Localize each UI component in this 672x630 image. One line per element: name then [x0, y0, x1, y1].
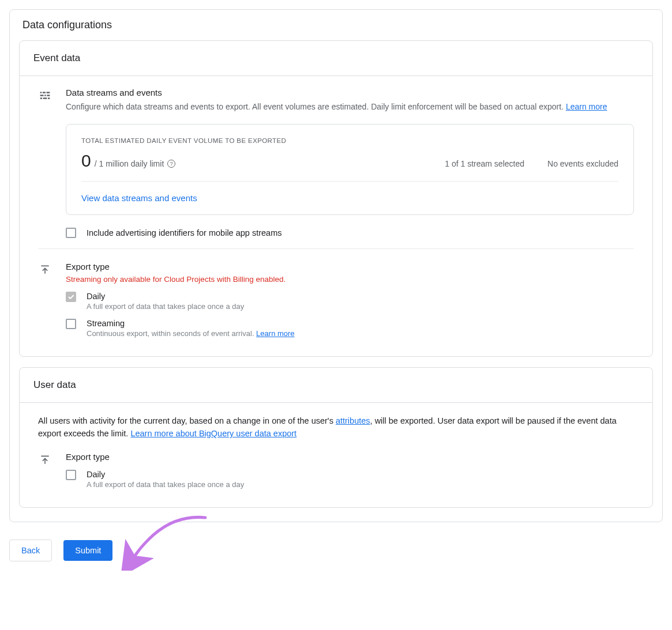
user-data-card: User data All users with activity for th… [19, 367, 653, 508]
svg-rect-0 [40, 92, 42, 93]
streaming-option-name: Streaming [87, 319, 295, 328]
svg-rect-8 [48, 97, 50, 99]
export-option-daily: Daily A full export of data that takes p… [66, 292, 634, 311]
event-export-type-section: Export type Streaming only available for… [38, 262, 634, 338]
footer-buttons: Back Submit [9, 540, 663, 561]
data-streams-learn-more-link[interactable]: Learn more [566, 102, 607, 111]
streaming-option-sub: Continuous export, within seconds of eve… [87, 329, 295, 338]
user-data-header: User data [20, 368, 652, 403]
user-export-type-section: Export type Daily A full export of data … [38, 452, 634, 489]
data-streams-icon [38, 89, 52, 103]
user-daily-option-name: Daily [87, 470, 244, 479]
svg-rect-6 [40, 97, 42, 99]
svg-rect-4 [44, 95, 46, 96]
user-export-option-daily: Daily A full export of data that takes p… [66, 470, 634, 489]
user-daily-checkbox[interactable] [66, 470, 76, 480]
stats-label: TOTAL ESTIMATED DAILY EVENT VOLUME TO BE… [81, 137, 618, 144]
svg-rect-3 [40, 95, 44, 96]
user-daily-option-sub: A full export of data that takes place o… [87, 480, 244, 489]
stats-limit-text: / 1 million daily limit [95, 159, 164, 168]
export-icon [38, 453, 52, 467]
daily-option-name: Daily [87, 292, 244, 301]
include-advertising-checkbox[interactable] [66, 228, 76, 238]
stats-count: 0 [81, 151, 91, 171]
export-option-streaming: Streaming Continuous export, within seco… [66, 319, 634, 338]
svg-rect-2 [47, 92, 50, 93]
event-data-header: Event data [20, 41, 652, 76]
data-streams-section: Data streams and events Configure which … [38, 88, 634, 238]
event-volume-stats-box: TOTAL ESTIMATED DAILY EVENT VOLUME TO BE… [66, 124, 634, 215]
streaming-warning: Streaming only available for Cloud Proje… [66, 275, 634, 284]
view-data-streams-link[interactable]: View data streams and events [81, 193, 197, 203]
user-data-desc: All users with activity for the current … [38, 414, 634, 440]
streaming-checkbox[interactable] [66, 319, 76, 329]
divider [38, 248, 634, 249]
back-button[interactable]: Back [9, 540, 52, 561]
export-icon [38, 263, 52, 277]
data-streams-desc: Configure which data streams and events … [66, 101, 634, 114]
svg-rect-7 [43, 97, 47, 99]
attributes-link[interactable]: attributes [336, 416, 370, 425]
daily-checkbox-checked[interactable] [66, 292, 76, 302]
stats-stream-selected: 1 of 1 stream selected [445, 159, 524, 168]
svg-rect-1 [43, 92, 46, 93]
user-export-type-title: Export type [66, 452, 634, 462]
include-advertising-label: Include advertising identifiers for mobi… [87, 228, 282, 237]
event-export-type-title: Export type [66, 262, 634, 271]
include-advertising-row: Include advertising identifiers for mobi… [66, 228, 634, 238]
svg-rect-5 [47, 95, 50, 96]
streaming-learn-more-link[interactable]: Learn more [256, 329, 294, 338]
page-title: Data configurations [22, 19, 653, 31]
stats-events-excluded: No events excluded [547, 159, 618, 168]
data-streams-title: Data streams and events [66, 88, 634, 97]
daily-option-sub: A full export of data that takes place o… [87, 302, 244, 311]
event-data-card: Event data Data streams and events Confi… [19, 40, 653, 357]
info-icon[interactable]: ? [167, 160, 175, 168]
userdata-learn-more-link[interactable]: Learn more about BigQuery user data expo… [130, 429, 296, 438]
data-streams-desc-text: Configure which data streams and events … [66, 102, 566, 111]
data-configurations-panel: Data configurations Event data Data stre… [9, 9, 663, 522]
submit-button[interactable]: Submit [63, 540, 112, 561]
